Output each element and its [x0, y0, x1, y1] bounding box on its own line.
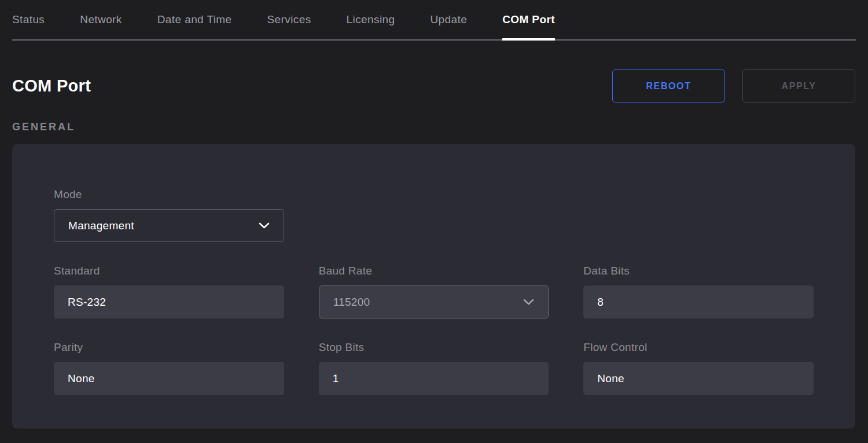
parity-input-value: None — [68, 372, 95, 385]
page-header: COM Port REBOOT APPLY — [12, 69, 855, 102]
parity-field: Parity None — [54, 341, 284, 395]
tab-date-and-time[interactable]: Date and Time — [157, 0, 232, 39]
tab-network[interactable]: Network — [80, 0, 122, 39]
stop-bits-field: Stop Bits 1 — [319, 341, 549, 395]
apply-button[interactable]: APPLY — [742, 69, 855, 102]
parity-label: Parity — [54, 341, 284, 354]
stop-bits-input-value: 1 — [333, 372, 339, 385]
general-panel: Mode Management Standard RS-232 Baud Rat… — [12, 144, 855, 429]
flow-control-input[interactable]: None — [583, 362, 814, 395]
parity-input[interactable]: None — [54, 362, 284, 395]
mode-field: Mode Management — [54, 188, 284, 242]
stop-bits-label: Stop Bits — [319, 341, 549, 354]
baud-rate-select-value: 115200 — [333, 296, 370, 309]
data-bits-input[interactable]: 8 — [583, 285, 814, 318]
tab-status[interactable]: Status — [12, 0, 45, 39]
com-port-form: Mode Management Standard RS-232 Baud Rat… — [54, 188, 814, 395]
standard-input[interactable]: RS-232 — [54, 285, 284, 318]
tab-update[interactable]: Update — [430, 0, 467, 39]
mode-label: Mode — [54, 188, 284, 201]
chevron-down-icon — [523, 299, 534, 305]
standard-label: Standard — [54, 265, 284, 277]
standard-field: Standard RS-232 — [54, 265, 284, 318]
flow-control-label: Flow Control — [583, 341, 814, 354]
data-bits-field: Data Bits 8 — [583, 265, 814, 318]
data-bits-input-value: 8 — [597, 296, 604, 309]
tab-com-port[interactable]: COM Port — [502, 0, 555, 39]
page-title: COM Port — [12, 76, 91, 96]
section-title-general: GENERAL — [12, 121, 856, 133]
mode-select[interactable]: Management — [54, 209, 284, 242]
baud-rate-label: Baud Rate — [319, 265, 549, 277]
standard-input-value: RS-232 — [68, 296, 106, 309]
mode-select-value: Management — [68, 219, 134, 232]
baud-rate-select[interactable]: 115200 — [319, 285, 549, 318]
header-actions: REBOOT APPLY — [612, 69, 855, 102]
tab-services[interactable]: Services — [267, 0, 311, 39]
baud-rate-field: Baud Rate 115200 — [319, 265, 549, 318]
stop-bits-input[interactable]: 1 — [319, 362, 549, 395]
reboot-button[interactable]: REBOOT — [612, 69, 725, 102]
flow-control-input-value: None — [597, 372, 624, 385]
settings-tab-bar: Status Network Date and Time Services Li… — [12, 0, 856, 41]
tab-licensing[interactable]: Licensing — [347, 0, 395, 39]
chevron-down-icon — [259, 222, 270, 229]
data-bits-label: Data Bits — [583, 265, 814, 277]
flow-control-field: Flow Control None — [583, 341, 814, 395]
